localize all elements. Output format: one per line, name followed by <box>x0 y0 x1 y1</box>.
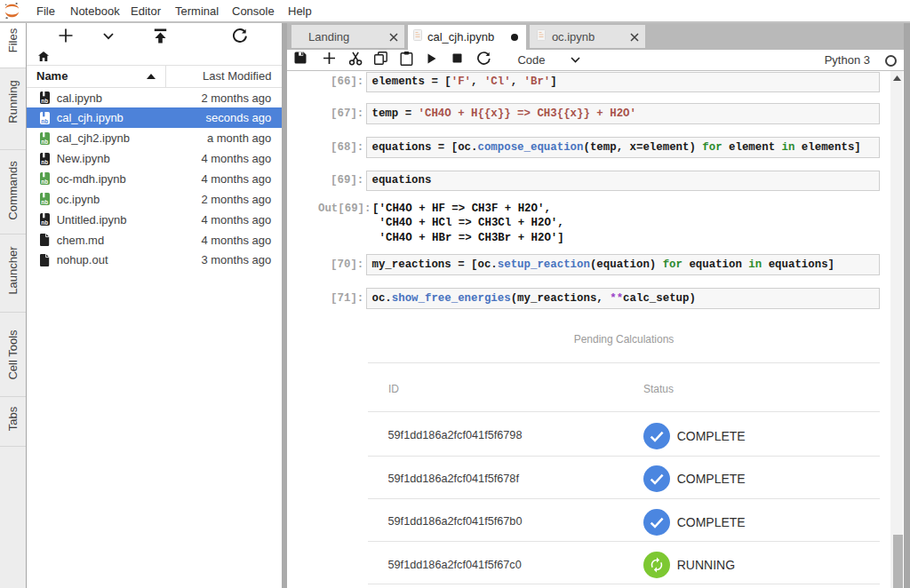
svg-text:nb: nb <box>42 139 49 145</box>
svg-text:nb: nb <box>42 179 49 185</box>
svg-text:nb: nb <box>42 219 49 226</box>
svg-text:nb: nb <box>42 118 49 124</box>
svg-text:nb: nb <box>42 98 49 104</box>
svg-text:nb: nb <box>42 158 49 164</box>
svg-text:nb: nb <box>42 199 49 205</box>
